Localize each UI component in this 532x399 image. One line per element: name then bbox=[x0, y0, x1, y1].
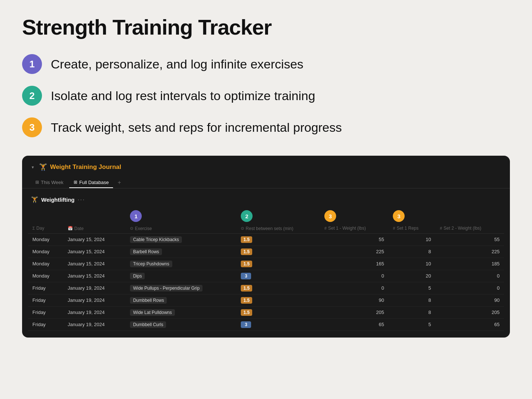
col-set1w: # Set 1 - Weight (lbs) bbox=[320, 223, 388, 233]
cell-date: January 19, 2024 bbox=[63, 306, 126, 318]
rest-badge: 1.5 bbox=[241, 309, 252, 316]
cell-day: Friday bbox=[28, 318, 63, 331]
tab-full-database-label: Full Database bbox=[79, 180, 109, 185]
cell-day: Monday bbox=[28, 233, 63, 246]
col-set1w-label: Set 1 - Weight (lbs) bbox=[328, 226, 366, 231]
cell-set1r: 10 bbox=[388, 258, 435, 270]
col-date-label: Date bbox=[74, 226, 84, 231]
col-rest: ⊙ Rest between sets (min) bbox=[236, 223, 320, 233]
cell-set2w: 185 bbox=[436, 258, 504, 270]
tab-this-week-icon: ⊞ bbox=[35, 180, 39, 185]
tab-full-database[interactable]: ⊞ Full Database bbox=[69, 177, 113, 188]
page-title: Strength Training Tracker bbox=[22, 15, 510, 39]
rest-badge: 1.5 bbox=[241, 297, 252, 304]
col-set1r-label: Set 1 Reps bbox=[397, 226, 418, 231]
col-date: 📅 Date bbox=[63, 223, 126, 233]
cell-rest: 1.5 bbox=[236, 258, 320, 270]
features-list: 1 Create, personalize, and log infinite … bbox=[22, 54, 510, 137]
table-row[interactable]: Friday January 19, 2024 Wide Lat Pulldow… bbox=[28, 306, 504, 318]
cell-set1w: 225 bbox=[320, 246, 388, 258]
exercise-tag: Dips bbox=[130, 273, 145, 279]
cell-date: January 19, 2024 bbox=[63, 294, 126, 306]
cell-rest: 1.5 bbox=[236, 294, 320, 306]
exercise-tag: Cable Tricep Kickbacks bbox=[130, 236, 182, 243]
cell-set1r: 5 bbox=[388, 318, 435, 331]
cell-rest: 1.5 bbox=[236, 306, 320, 318]
circle-1: 1 bbox=[130, 210, 142, 222]
cell-day: Friday bbox=[28, 294, 63, 306]
cell-date: January 15, 2024 bbox=[63, 246, 126, 258]
set1r-col-icon: # bbox=[393, 226, 395, 230]
cell-exercise: Dumbbell Curls bbox=[126, 318, 236, 331]
col-exercise: ⊙ Exercise bbox=[126, 223, 236, 233]
set2w-col-icon: # bbox=[440, 226, 442, 230]
cell-set1w: 205 bbox=[320, 306, 388, 318]
column-headers: Σ Day 📅 Date ⊙ Exercise bbox=[28, 223, 504, 233]
exercise-tag: Tricep Pushdowns bbox=[130, 261, 172, 267]
annotation-set1w: 3 bbox=[320, 208, 388, 223]
annotation-rest: 2 bbox=[236, 208, 320, 223]
table-section: 🏋 Weightlifting ··· 1 2 3 bbox=[22, 188, 510, 334]
cell-set1w: 0 bbox=[320, 282, 388, 294]
table-row[interactable]: Monday January 15, 2024 Cable Tricep Kic… bbox=[28, 233, 504, 246]
data-table: 1 2 3 3 Σ bbox=[28, 208, 504, 331]
cell-exercise: Tricep Pushdowns bbox=[126, 258, 236, 270]
feature-badge-3: 3 bbox=[22, 117, 42, 137]
col-rest-label: Rest between sets (min) bbox=[246, 226, 293, 231]
db-title-text: Weight Training Journal bbox=[50, 163, 121, 171]
table-row[interactable]: Friday January 19, 2024 Wide Pullups - P… bbox=[28, 282, 504, 294]
exercise-tag: Wide Pullups - Perpendicular Grip bbox=[130, 285, 202, 292]
add-view-button[interactable]: + bbox=[114, 177, 124, 188]
cell-set2w: 65 bbox=[436, 318, 504, 331]
cell-set1w: 90 bbox=[320, 294, 388, 306]
circle-3a: 3 bbox=[324, 210, 336, 222]
annotation-spacer bbox=[28, 208, 126, 223]
table-row[interactable]: Monday January 15, 2024 Barbell Rows 1.5… bbox=[28, 246, 504, 258]
table-row[interactable]: Friday January 19, 2024 Dumbbell Curls 3… bbox=[28, 318, 504, 331]
table-row[interactable]: Monday January 15, 2024 Tricep Pushdowns… bbox=[28, 258, 504, 270]
cell-date: January 19, 2024 bbox=[63, 282, 126, 294]
tab-full-database-icon: ⊞ bbox=[74, 180, 77, 185]
db-tabs: ⊞ This Week ⊞ Full Database + bbox=[22, 176, 510, 188]
db-header: ▼ 🏋 Weight Training Journal bbox=[22, 163, 510, 176]
group-header: 🏋 Weightlifting ··· bbox=[28, 193, 504, 206]
cell-day: Monday bbox=[28, 270, 63, 282]
rest-badge: 3 bbox=[241, 321, 251, 328]
circle-2: 2 bbox=[241, 210, 253, 222]
cell-set1w: 65 bbox=[320, 318, 388, 331]
cell-set1r: 20 bbox=[388, 270, 435, 282]
rest-badge: 1.5 bbox=[241, 248, 252, 255]
table-row[interactable]: Friday January 19, 2024 Dumbbell Rows 1.… bbox=[28, 294, 504, 306]
cell-set2w: 225 bbox=[436, 246, 504, 258]
circle-3b: 3 bbox=[393, 210, 405, 222]
cell-exercise: Dumbbell Rows bbox=[126, 294, 236, 306]
cell-set2w: 55 bbox=[436, 233, 504, 246]
col-exercise-label: Exercise bbox=[135, 226, 152, 231]
cell-day: Friday bbox=[28, 306, 63, 318]
db-title-icon: 🏋 bbox=[39, 163, 47, 171]
tab-this-week[interactable]: ⊞ This Week bbox=[31, 177, 68, 188]
cell-set1r: 8 bbox=[388, 294, 435, 306]
rest-badge: 1.5 bbox=[241, 261, 252, 267]
cell-rest: 3 bbox=[236, 270, 320, 282]
exercise-tag: Wide Lat Pulldowns bbox=[130, 309, 175, 316]
exercise-tag: Dumbbell Curls bbox=[130, 321, 166, 328]
cell-set2w: 205 bbox=[436, 306, 504, 318]
collapse-arrow[interactable]: ▼ bbox=[31, 165, 35, 169]
feature-item-1: 1 Create, personalize, and log infinite … bbox=[22, 54, 510, 74]
col-set2w: # Set 2 - Weight (lbs) bbox=[436, 223, 504, 233]
group-options[interactable]: ··· bbox=[78, 196, 85, 204]
rest-col-icon: ⊙ bbox=[241, 226, 244, 231]
table-row[interactable]: Monday January 15, 2024 Dips 3 0 20 0 bbox=[28, 270, 504, 282]
cell-date: January 15, 2024 bbox=[63, 233, 126, 246]
cell-day: Monday bbox=[28, 246, 63, 258]
cell-day: Monday bbox=[28, 258, 63, 270]
cell-rest: 1.5 bbox=[236, 282, 320, 294]
sigma-icon: Σ bbox=[32, 226, 35, 230]
cell-exercise: Barbell Rows bbox=[126, 246, 236, 258]
cell-set1w: 0 bbox=[320, 270, 388, 282]
group-icon: 🏋 bbox=[31, 196, 38, 203]
cell-exercise: Dips bbox=[126, 270, 236, 282]
feature-badge-2: 2 bbox=[22, 86, 42, 106]
cell-set1r: 8 bbox=[388, 306, 435, 318]
